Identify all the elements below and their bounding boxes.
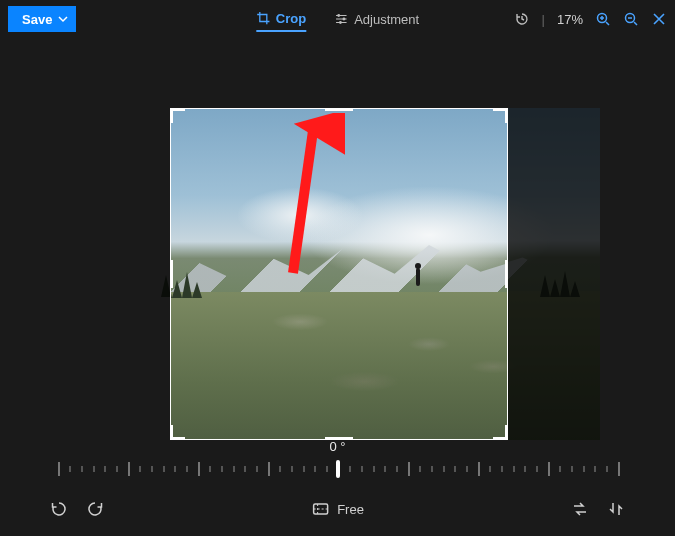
rotation-tick (58, 462, 60, 476)
canvas-area (0, 38, 675, 438)
rotation-tick (501, 466, 503, 472)
rotation-tick (116, 466, 118, 472)
bottom-right-group (571, 500, 625, 518)
crop-handle-left[interactable] (170, 260, 173, 288)
rotate-ccw-icon[interactable] (50, 500, 68, 518)
rotation-tick (571, 466, 573, 472)
rotation-tick (524, 466, 526, 472)
rotation-tick (583, 466, 585, 472)
aspect-ratio-button[interactable]: Free (311, 500, 364, 518)
svg-rect-6 (313, 504, 327, 514)
history-icon[interactable] (514, 11, 530, 27)
rotation-tick (513, 466, 515, 472)
rotation-tick (81, 466, 83, 472)
tab-crop[interactable]: Crop (256, 7, 306, 32)
aspect-ratio-label: Free (337, 502, 364, 517)
rotation-tick (303, 466, 305, 472)
bottom-left-group (50, 500, 104, 518)
tab-crop-label: Crop (276, 11, 306, 26)
rotation-tick (431, 466, 433, 472)
crop-icon (256, 11, 270, 25)
zoom-out-icon[interactable] (623, 11, 639, 27)
rotation-tick (466, 466, 468, 472)
top-toolbar: Save Crop Adjustment | 17% (0, 0, 675, 38)
rotation-tick (373, 466, 375, 472)
save-button[interactable]: Save (8, 6, 76, 32)
rotation-tick (314, 466, 316, 472)
zoom-percent[interactable]: 17% (557, 12, 583, 27)
rotation-tick (151, 466, 153, 472)
crop-rectangle[interactable] (170, 108, 508, 440)
rotation-tick (326, 466, 328, 472)
rotation-tick (221, 466, 223, 472)
tab-adjustment-label: Adjustment (354, 12, 419, 27)
svg-point-2 (339, 21, 342, 24)
zoom-in-icon[interactable] (595, 11, 611, 27)
crop-handle-top[interactable] (325, 108, 353, 111)
close-icon[interactable] (651, 11, 667, 27)
rotation-tick (606, 466, 608, 472)
rotation-tick (419, 466, 421, 472)
rotation-slider-handle[interactable] (336, 460, 340, 478)
rotation-tick (489, 466, 491, 472)
rotation-tick (291, 466, 293, 472)
rotation-tick (268, 462, 270, 476)
rotation-slider: 0 ° (0, 439, 675, 482)
sliders-icon (334, 12, 348, 26)
mode-tabs: Crop Adjustment (256, 7, 419, 32)
image-inside-crop[interactable] (171, 109, 508, 440)
rotation-tick (443, 466, 445, 472)
rotation-tick (93, 466, 95, 472)
bottom-toolbar: Free (0, 492, 675, 526)
rotation-tick (128, 462, 130, 476)
rotation-tick (349, 466, 351, 472)
rotation-tick (174, 466, 176, 472)
rotation-tick (256, 466, 258, 472)
rotation-tick (478, 462, 480, 476)
tab-adjustment[interactable]: Adjustment (334, 7, 419, 32)
rotation-tick (279, 466, 281, 472)
rotation-tick (361, 466, 363, 472)
flip-horizontal-icon[interactable] (571, 500, 589, 518)
rotation-tick (244, 466, 246, 472)
svg-point-0 (337, 14, 340, 17)
rotation-tick (548, 462, 550, 476)
crop-handle-right[interactable] (505, 260, 508, 288)
rotation-tick (454, 466, 456, 472)
rotation-tick (69, 466, 71, 472)
toolbar-right-tools: | 17% (514, 11, 667, 27)
rotation-tick (396, 466, 398, 472)
rotation-tick (163, 466, 165, 472)
toolbar-divider: | (542, 12, 545, 27)
rotation-tick (594, 466, 596, 472)
chevron-down-icon (58, 14, 68, 24)
rotation-tick (209, 466, 211, 472)
flip-vertical-icon[interactable] (607, 500, 625, 518)
rotation-angle-label: 0 ° (0, 439, 675, 454)
aspect-icon (311, 500, 329, 518)
svg-point-1 (342, 18, 345, 21)
rotation-tick (104, 466, 106, 472)
rotation-tick (559, 466, 561, 472)
rotation-tick (198, 462, 200, 476)
rotation-tick (233, 466, 235, 472)
rotation-tick (536, 466, 538, 472)
rotate-cw-icon[interactable] (86, 500, 104, 518)
rotation-tick (139, 466, 141, 472)
rotation-tick (186, 466, 188, 472)
rotation-tick (408, 462, 410, 476)
rotation-tick (384, 466, 386, 472)
rotation-tick-track[interactable] (58, 460, 618, 482)
rotation-tick (618, 462, 620, 476)
save-button-label: Save (22, 12, 52, 27)
